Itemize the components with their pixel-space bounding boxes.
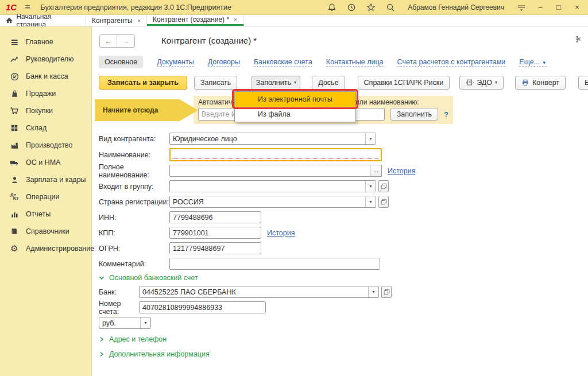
kpp-history-link[interactable]: История xyxy=(267,229,295,237)
save-button[interactable]: Записать xyxy=(194,76,237,90)
menu-item-from-email[interactable]: Из электронной почты xyxy=(235,92,355,107)
bank-select[interactable]: 044525225 ПАО СБЕРБАНК ▾ xyxy=(139,286,379,298)
favorites-star-icon[interactable] xyxy=(366,3,376,12)
back-button[interactable]: ← xyxy=(100,35,117,47)
nav-dokumenty[interactable]: Документы xyxy=(157,58,194,67)
field-label: Входит в группу: xyxy=(99,183,169,191)
close-button[interactable]: × xyxy=(573,3,581,11)
group-open-button[interactable] xyxy=(378,180,389,192)
nav-kontaktnye-lica[interactable]: Контактные лица xyxy=(326,58,384,67)
field-row-name: Наименование: xyxy=(99,148,415,161)
truck-icon xyxy=(9,158,20,167)
nav-osnovnoe[interactable]: Основное xyxy=(99,56,143,68)
chevron-down-icon: ▾ xyxy=(294,80,296,85)
tab-bar: Начальная страница Контрагенты × Контраг… xyxy=(0,15,588,26)
bank-section-header[interactable]: Основной банковский счет xyxy=(99,272,392,284)
chevron-down-icon[interactable]: ▾ xyxy=(365,196,376,207)
bank-open-button[interactable] xyxy=(381,286,392,298)
sidebar-item-sklad[interactable]: Склад xyxy=(0,119,91,137)
menu-item-from-file[interactable]: Из файла xyxy=(235,107,355,122)
home-icon xyxy=(6,17,13,24)
search-icon[interactable] xyxy=(386,3,395,12)
section-address-phone[interactable]: Адрес и телефон xyxy=(99,332,210,347)
minimize-button[interactable]: – xyxy=(536,3,544,11)
dossier-button[interactable]: Досье xyxy=(312,76,345,90)
forward-button[interactable]: → xyxy=(117,35,134,47)
edo-dropdown-button[interactable]: ЭДО▾ xyxy=(459,76,504,90)
more-button[interactable]: Еще▾ xyxy=(578,76,588,90)
warehouse-grid-icon xyxy=(9,123,20,133)
chevron-down-icon[interactable]: ▾ xyxy=(368,286,378,297)
tab-home[interactable]: Начальная страница xyxy=(0,15,86,26)
tab-kontragenty[interactable]: Контрагенты × xyxy=(86,15,147,26)
ogrn-input[interactable] xyxy=(169,242,261,254)
country-open-button[interactable] xyxy=(378,196,389,208)
history-icon[interactable] xyxy=(347,3,356,12)
field-row-group: Входит в группу: ▾ xyxy=(99,180,415,192)
comment-input[interactable] xyxy=(169,258,380,270)
sidebar-item-glavnoe[interactable]: ≡ Главное xyxy=(0,33,91,51)
autofill-help-link[interactable]: ? xyxy=(444,110,448,119)
shopping-cart-icon xyxy=(9,106,20,115)
titlebar: 1С ≡ Бухгалтерия предприятия, редакция 3… xyxy=(0,0,588,15)
maximize-button[interactable]: □ xyxy=(555,3,563,11)
nav-dogovory[interactable]: Договоры xyxy=(208,58,240,67)
sidebar-item-operacii[interactable]: Дт Кт Операции xyxy=(0,188,91,206)
open-in-window-icon xyxy=(381,183,387,189)
field-row-kind: Вид контрагента: Юридическое лицо ▾ xyxy=(99,133,415,145)
chevron-down-icon[interactable]: ▾ xyxy=(365,133,376,144)
sidebar-item-spravochniki[interactable]: Справочники xyxy=(0,223,91,240)
counterparty-kind-select[interactable]: Юридическое лицо ▾ xyxy=(169,133,376,145)
field-row-kpp: КПП: История xyxy=(99,227,415,239)
sidebar-item-rukovoditelyu[interactable]: Руководителю xyxy=(0,51,91,68)
inn-input[interactable] xyxy=(169,211,261,223)
account-number-input[interactable] xyxy=(139,301,266,313)
tab-close-icon[interactable]: × xyxy=(137,17,141,24)
chevron-right-icon xyxy=(99,336,105,342)
sidebar-item-prodazhi[interactable]: Продажи xyxy=(0,85,91,102)
edo-exchange-icon xyxy=(466,79,474,87)
chevron-down-icon[interactable]: ▾ xyxy=(140,317,150,328)
form-close-icon[interactable]: × xyxy=(577,34,581,44)
sidebar-item-zarplata-kadry[interactable]: Зарплата и кадры xyxy=(0,171,91,188)
group-select[interactable]: ▾ xyxy=(169,180,376,192)
full-name-history-link[interactable]: История xyxy=(388,167,415,175)
chevron-down-icon[interactable]: ▾ xyxy=(365,181,376,192)
field-label: Вид контрагента: xyxy=(99,135,169,143)
envelope-print-button[interactable]: Конверт xyxy=(515,76,566,90)
name-input[interactable] xyxy=(169,148,382,161)
main-menu-icon[interactable]: ≡ xyxy=(25,3,30,12)
form-navigation: Основное Документы Договоры Банковские с… xyxy=(99,55,547,69)
nav-more-button[interactable]: Еще... ▼ xyxy=(519,58,546,67)
tab-close-icon[interactable]: × xyxy=(234,16,237,23)
page-title: Контрагент (создание) * xyxy=(161,36,257,45)
sidebar-item-proizvodstvo[interactable]: Производство xyxy=(0,137,91,154)
nav-scheta-raschetov[interactable]: Счета расчетов с контрагентами xyxy=(397,58,506,67)
book-icon xyxy=(9,227,20,236)
sidebar-item-otchety[interactable]: Отчеты xyxy=(0,206,91,223)
field-label: Наименование: xyxy=(99,151,169,159)
sidebar-item-pokupki[interactable]: Покупки xyxy=(0,102,91,119)
notifications-bell-icon[interactable] xyxy=(327,3,336,12)
field-row-full-name: Полное наименование: ... История xyxy=(99,165,415,177)
current-user-name[interactable]: Абрамов Геннадий Сергеевич xyxy=(408,3,504,11)
full-name-input[interactable] xyxy=(169,165,370,177)
country-select[interactable]: РОССИЯ ▾ xyxy=(169,196,376,208)
currency-select[interactable]: руб. ▾ xyxy=(99,317,151,329)
section-additional-info[interactable]: Дополнительная информация xyxy=(99,347,210,362)
field-label: Страна регистрации: xyxy=(99,198,169,206)
bank-section: Основной банковский счет Банк: 044525225… xyxy=(99,272,392,332)
kpp-input[interactable] xyxy=(169,227,261,239)
autofill-fill-button[interactable]: Заполнить xyxy=(390,108,438,121)
spark-reports-button[interactable]: Справки 1СПАРК Риски xyxy=(358,76,450,90)
tab-kontragent-create[interactable]: Контрагент (создание) * × xyxy=(147,15,243,26)
sidebar-item-os-nma[interactable]: ОС и НМА xyxy=(0,154,91,171)
save-and-close-button[interactable]: Записать и закрыть xyxy=(99,76,187,90)
chevron-down-icon: ▼ xyxy=(542,60,547,65)
fill-dropdown-button[interactable]: Заполнить▾ xyxy=(252,76,300,90)
sidebar-item-bank-kassa[interactable]: Банк и касса xyxy=(0,68,91,85)
full-name-ellipsis-button[interactable]: ... xyxy=(370,165,382,177)
sidebar-item-administrirovanie[interactable]: ⚙ Администрирование xyxy=(0,240,91,257)
service-menu-icon[interactable] xyxy=(517,3,526,12)
nav-bankovskie-scheta[interactable]: Банковские счета xyxy=(254,58,312,67)
